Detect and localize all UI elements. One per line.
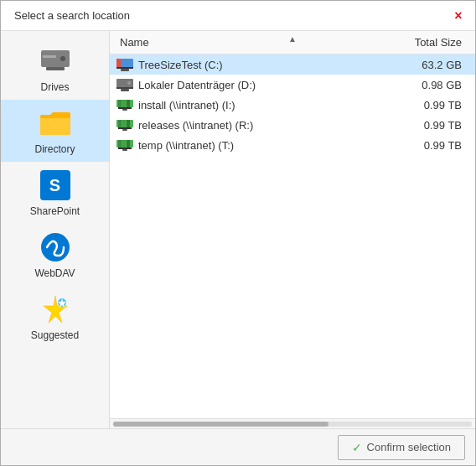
item-name: Lokaler Datenträger (D:): [138, 79, 393, 91]
local-drive-icon: [116, 78, 133, 91]
suggested-icon: [39, 293, 72, 326]
svg-rect-31: [127, 140, 130, 148]
svg-rect-32: [118, 148, 132, 149]
svg-rect-20: [118, 107, 132, 109]
list-item[interactable]: releases (\\intranet) (R:) 0.99 TB: [110, 115, 475, 135]
network-drive-icon: [116, 118, 133, 132]
svg-rect-10: [116, 67, 133, 69]
main-panel: ▲ Name Total Size TreeSiz: [110, 31, 475, 428]
sidebar-item-sharepoint[interactable]: S SharePoint: [1, 162, 109, 224]
svg-point-4: [41, 233, 70, 261]
svg-rect-3: [43, 55, 56, 58]
sort-arrow-icon: ▲: [288, 34, 297, 44]
col-size-header: Total Size: [393, 36, 468, 49]
sidebar-item-webdav[interactable]: WebDAV: [1, 224, 109, 286]
sidebar-item-suggested[interactable]: Suggested: [1, 286, 109, 348]
svg-rect-13: [116, 87, 133, 89]
dialog-title: Select a search location: [14, 9, 130, 22]
list-item[interactable]: install (\\intranet) (I:) 0.99 TB: [110, 95, 475, 115]
svg-rect-24: [122, 120, 126, 127]
sidebar-directory-label: Directory: [34, 143, 75, 155]
item-size: 0.99 TB: [393, 139, 468, 152]
svg-rect-23: [118, 120, 122, 127]
sidebar-item-directory[interactable]: Directory: [1, 100, 109, 162]
sidebar-suggested-label: Suggested: [31, 329, 79, 341]
item-size: 0.99 TB: [393, 119, 468, 132]
svg-rect-14: [121, 89, 129, 91]
close-button[interactable]: ×: [448, 6, 468, 26]
item-size: 0.99 TB: [393, 99, 468, 111]
list-item[interactable]: TreeSizeTest (C:) 63.2 GB: [110, 54, 475, 75]
svg-rect-21: [122, 109, 127, 111]
network-drive-icon: [116, 98, 133, 111]
scrollbar-track: [113, 422, 472, 427]
svg-point-2: [60, 56, 65, 61]
list-item[interactable]: temp (\\intranet) (T:) 0.99 TB: [110, 135, 475, 155]
title-bar: Select a search location ×: [1, 1, 475, 31]
col-name-header: Name: [116, 36, 393, 49]
dialog: Select a search location × Drives: [0, 0, 476, 466]
item-size: 0.98 GB: [393, 79, 468, 91]
svg-rect-29: [118, 140, 122, 148]
item-name: TreeSizeTest (C:): [138, 59, 393, 71]
network-drive-icon: [116, 138, 133, 152]
svg-rect-30: [122, 140, 126, 148]
item-size: 63.2 GB: [393, 59, 468, 71]
treesize-drive-icon: [116, 58, 133, 71]
sharepoint-icon: S: [39, 168, 72, 202]
item-name: temp (\\intranet) (T:): [138, 139, 393, 152]
drives-icon: [39, 44, 72, 78]
item-name: install (\\intranet) (I:): [138, 99, 393, 111]
horizontal-scrollbar[interactable]: [110, 418, 475, 428]
svg-rect-26: [118, 127, 132, 129]
svg-rect-11: [121, 69, 129, 71]
svg-rect-25: [127, 120, 130, 127]
drive-list: TreeSizeTest (C:) 63.2 GB Lokaler Datent…: [110, 54, 475, 418]
confirm-label: Confirm selection: [367, 441, 451, 453]
sidebar: Drives Directory S SharePoint: [1, 31, 110, 428]
checkmark-icon: ✓: [352, 441, 362, 454]
svg-rect-1: [46, 67, 65, 70]
confirm-selection-button[interactable]: ✓ Confirm selection: [338, 435, 465, 460]
sidebar-item-drives[interactable]: Drives: [1, 38, 109, 100]
list-item[interactable]: Lokaler Datenträger (D:) 0.98 GB: [110, 75, 475, 95]
svg-rect-33: [122, 149, 127, 151]
folder-icon: [39, 106, 72, 140]
svg-rect-27: [122, 129, 127, 131]
item-name: releases (\\intranet) (R:): [138, 119, 393, 132]
scrollbar-thumb[interactable]: [113, 422, 329, 427]
list-header: ▲ Name Total Size: [110, 31, 475, 54]
content-area: Drives Directory S SharePoint: [1, 31, 475, 428]
svg-rect-19: [127, 100, 130, 107]
sidebar-drives-label: Drives: [40, 81, 69, 93]
webdav-icon: [39, 230, 72, 264]
sidebar-sharepoint-label: SharePoint: [30, 205, 80, 217]
svg-point-15: [127, 81, 131, 85]
svg-rect-17: [118, 100, 122, 107]
svg-rect-18: [122, 100, 126, 107]
sidebar-webdav-label: WebDAV: [34, 267, 75, 279]
footer: ✓ Confirm selection: [1, 428, 475, 465]
